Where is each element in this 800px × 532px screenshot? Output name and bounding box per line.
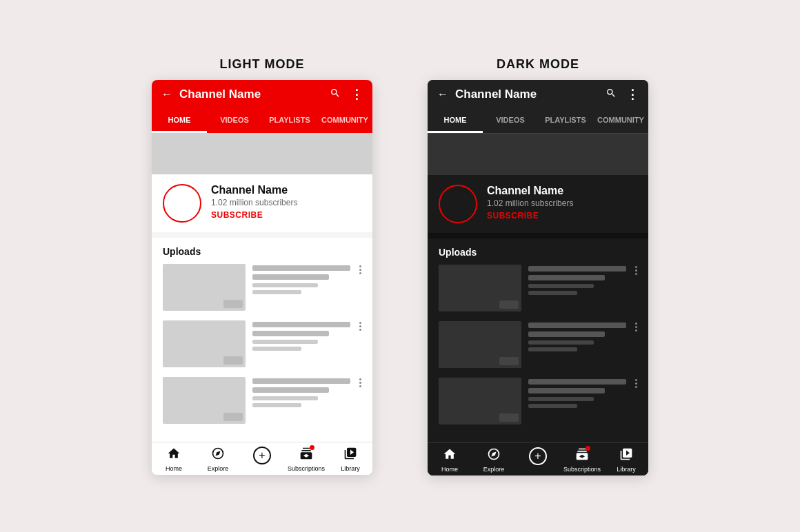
- dark-video-sub-bar-1b: [528, 291, 577, 295]
- dark-channel-details: Channel Name 1.02 million subscribers SU…: [487, 185, 573, 221]
- dark-mode-section: DARK MODE ← Channel Name ⋮ HOME VIDEOS: [428, 57, 648, 475]
- dark-nav-subscriptions[interactable]: Subscriptions: [560, 447, 604, 473]
- light-video-title-bar-3: [252, 378, 350, 384]
- dark-video-meta-1: [528, 265, 637, 311]
- light-tab-playlists[interactable]: PLAYLISTS: [262, 109, 317, 133]
- light-subscribers: 1.02 million subscribers: [211, 198, 297, 207]
- light-add-icon: +: [253, 447, 271, 464]
- light-channel-banner: [152, 133, 372, 174]
- dark-subscriptions-icon: [575, 447, 589, 464]
- dark-subscriptions-label: Subscriptions: [563, 466, 601, 473]
- dark-top-bar: ← Channel Name ⋮: [428, 80, 648, 109]
- light-home-icon: [167, 447, 181, 464]
- dark-video-title-bar-1: [528, 266, 626, 272]
- dark-home-label: Home: [441, 466, 458, 473]
- dark-nav-library[interactable]: Library: [604, 447, 648, 473]
- light-video-sub-bar-1: [252, 283, 318, 287]
- light-bottom-nav: Home Explore +: [152, 442, 372, 475]
- light-video-thumb-1[interactable]: [163, 264, 246, 311]
- light-video-item-3: [163, 377, 361, 424]
- light-tab-home[interactable]: HOME: [152, 109, 207, 133]
- dark-video-sub-bar-2b: [528, 347, 577, 351]
- light-video-meta-3: [252, 377, 361, 424]
- dark-library-label: Library: [617, 466, 636, 473]
- light-video-item-1: [163, 264, 361, 311]
- dark-tab-home[interactable]: HOME: [428, 109, 483, 133]
- light-nav-add[interactable]: +: [240, 447, 284, 472]
- dark-video-thumb-1[interactable]: [439, 265, 521, 311]
- dark-video-more-1[interactable]: [635, 266, 637, 275]
- dark-explore-icon: [487, 447, 501, 464]
- dark-video-sub-bar-3: [528, 397, 594, 401]
- dark-video-thumb-3[interactable]: [439, 378, 521, 424]
- dark-video-more-2[interactable]: [635, 323, 637, 331]
- light-more-icon[interactable]: ⋮: [350, 87, 363, 102]
- dark-video-title-bar-2b: [528, 331, 605, 337]
- light-nav-explore[interactable]: Explore: [196, 447, 240, 472]
- light-video-title-bar-1b: [252, 274, 329, 280]
- dark-video-item-1: [439, 265, 637, 311]
- light-mode-section: LIGHT MODE ← Channel Name ⋮ HOME VIDEOS: [152, 57, 372, 475]
- dark-video-title-bar-1b: [528, 275, 605, 280]
- dark-channel-banner: [428, 134, 648, 175]
- light-video-more-1[interactable]: [359, 265, 361, 274]
- light-channel-details: Channel Name 1.02 million subscribers SU…: [211, 184, 297, 220]
- light-duration-badge-2: [223, 356, 243, 365]
- light-nav-home[interactable]: Home: [152, 447, 196, 472]
- dark-more-icon[interactable]: ⋮: [626, 87, 639, 102]
- dark-duration-badge-2: [499, 357, 519, 365]
- light-video-sub-bar-2b: [252, 347, 301, 351]
- light-nav-subscriptions[interactable]: Subscriptions: [284, 447, 328, 472]
- light-explore-icon: [211, 447, 225, 464]
- dark-phone-frame: ← Channel Name ⋮ HOME VIDEOS PLAYLISTS C…: [428, 80, 648, 475]
- light-search-icon[interactable]: [330, 88, 341, 101]
- dark-video-more-3[interactable]: [635, 379, 637, 388]
- light-nav-library[interactable]: Library: [328, 447, 372, 472]
- dark-video-meta-3: [528, 378, 637, 424]
- dark-search-icon[interactable]: [606, 88, 617, 101]
- dark-nav-home[interactable]: Home: [428, 447, 472, 473]
- light-channel-info: Channel Name 1.02 million subscribers SU…: [152, 174, 372, 232]
- light-library-label: Library: [341, 465, 360, 472]
- dark-uploads-title: Uploads: [439, 247, 637, 258]
- dark-back-icon[interactable]: ←: [437, 88, 448, 101]
- light-video-meta-2: [252, 320, 361, 367]
- light-video-thumb-3[interactable]: [163, 377, 246, 424]
- light-tab-community[interactable]: COMMUNITY: [317, 109, 372, 133]
- svg-marker-3: [491, 451, 496, 456]
- dark-video-item-2: [439, 321, 637, 368]
- dark-video-thumb-2[interactable]: [439, 321, 521, 368]
- light-subscriptions-label: Subscriptions: [288, 465, 325, 472]
- light-section-divider: [152, 232, 372, 238]
- dark-tab-community[interactable]: COMMUNITY: [593, 109, 648, 133]
- light-video-more-3[interactable]: [359, 378, 361, 387]
- dark-section-divider: [428, 233, 648, 238]
- light-phone-frame: ← Channel Name ⋮ HOME VIDEOS PLAYLISTS C…: [152, 80, 372, 475]
- light-tab-videos[interactable]: VIDEOS: [207, 109, 262, 133]
- light-explore-label: Explore: [208, 465, 229, 472]
- dark-add-icon: +: [529, 447, 547, 465]
- dark-duration-badge-3: [499, 413, 519, 422]
- dark-duration-badge-1: [499, 300, 519, 309]
- dark-tab-playlists[interactable]: PLAYLISTS: [538, 109, 593, 133]
- light-subscribe-button[interactable]: SUBSCRIBE: [211, 210, 297, 220]
- light-video-meta-1: [252, 264, 361, 311]
- dark-explore-label: Explore: [483, 466, 505, 473]
- light-video-sub-bar-1b: [252, 290, 301, 294]
- light-home-label: Home: [166, 465, 182, 472]
- dark-subscribe-button[interactable]: SUBSCRIBE: [487, 211, 573, 221]
- light-channel-avatar: [163, 184, 201, 223]
- dark-nav-explore[interactable]: Explore: [472, 447, 516, 473]
- dark-nav-tabs: HOME VIDEOS PLAYLISTS COMMUNITY: [428, 109, 648, 134]
- light-video-more-2[interactable]: [359, 322, 361, 331]
- dark-video-title-bar-3: [528, 379, 626, 385]
- light-video-title-bar-2b: [252, 331, 329, 336]
- light-back-icon[interactable]: ←: [161, 88, 172, 101]
- dark-video-sub-bar-2: [528, 340, 594, 345]
- dark-nav-add[interactable]: +: [516, 447, 560, 473]
- svg-marker-1: [215, 451, 220, 456]
- dark-video-item-3: [439, 378, 637, 424]
- light-video-thumb-2[interactable]: [163, 320, 246, 367]
- light-video-title-bar-1: [252, 265, 350, 271]
- dark-tab-videos[interactable]: VIDEOS: [483, 109, 538, 133]
